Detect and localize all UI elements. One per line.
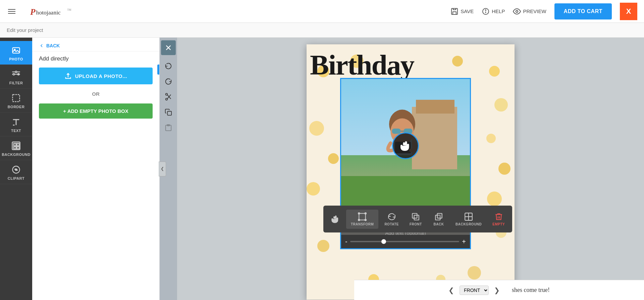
zoom-slider[interactable] bbox=[350, 241, 460, 242]
hamburger-button[interactable] bbox=[7, 8, 17, 15]
zoom-bar: - + bbox=[341, 235, 470, 248]
photo-inner bbox=[341, 79, 470, 218]
project-bar bbox=[0, 23, 644, 38]
sidebar-item-background[interactable]: BACKGROUND bbox=[0, 136, 32, 160]
sidebar-border-label: BORDER bbox=[8, 105, 25, 109]
copy-button[interactable] bbox=[161, 105, 176, 120]
hand-cursor bbox=[392, 132, 419, 159]
upload-label: UPLOAD A PHOTO... bbox=[75, 73, 127, 79]
svg-text:TM: TM bbox=[67, 8, 71, 11]
add-to-cart-button[interactable]: ADD TO CART bbox=[554, 3, 612, 19]
svg-text:hotojaanic: hotojaanic bbox=[36, 9, 61, 15]
preview-label: PREVIEW bbox=[523, 8, 546, 14]
sidebar-filter-label: FILTER bbox=[9, 81, 23, 85]
canvas[interactable]: Birthday ✦ bbox=[307, 44, 515, 300]
panel-title: Add directly bbox=[39, 55, 153, 62]
background-icon bbox=[11, 141, 21, 151]
help-label: HELP bbox=[492, 8, 505, 14]
svg-point-10 bbox=[13, 74, 15, 75]
back-button[interactable]: BACK bbox=[39, 43, 60, 48]
zoom-minus-button[interactable]: - bbox=[345, 238, 347, 245]
save-button[interactable]: SAVE bbox=[450, 7, 474, 15]
svg-point-41 bbox=[328, 153, 339, 164]
sidebar-item-text[interactable]: TEXT bbox=[0, 113, 32, 136]
front-button[interactable]: FRONT bbox=[405, 210, 427, 229]
sidebar-clipart-label: CLIPART bbox=[8, 176, 24, 180]
page-select[interactable]: FRONT bbox=[460, 286, 489, 295]
undo-button[interactable] bbox=[161, 58, 176, 73]
next-page-button[interactable]: ❯ bbox=[494, 286, 500, 294]
svg-rect-17 bbox=[13, 95, 20, 102]
background-tool-label: BACKGROUND bbox=[455, 222, 482, 226]
zoom-plus-button[interactable]: + bbox=[462, 238, 466, 245]
upload-photo-button[interactable]: UPLOAD A PHOTO... bbox=[39, 68, 153, 84]
photo-icon bbox=[11, 46, 21, 55]
move-tool-button[interactable] bbox=[326, 212, 345, 226]
project-title-input[interactable] bbox=[7, 27, 637, 33]
prev-page-button[interactable]: ❮ bbox=[448, 286, 454, 294]
sidebar-background-label: BACKGROUND bbox=[2, 153, 31, 157]
sidebar-item-filter[interactable]: FILTER bbox=[0, 65, 32, 89]
svg-text:P: P bbox=[30, 7, 36, 17]
logo: P hotojaanic TM bbox=[22, 4, 76, 19]
floating-toolbar: TRANSFORM ROTATE FRONT bbox=[323, 206, 512, 232]
help-button[interactable]: HELP bbox=[482, 7, 505, 15]
transform-label: TRANSFORM bbox=[351, 222, 374, 226]
main-layout: PHOTO FILTER BORDER TEXT bbox=[0, 38, 644, 300]
rotate-button[interactable]: ROTATE bbox=[380, 210, 404, 229]
svg-rect-72 bbox=[414, 215, 419, 220]
svg-point-52 bbox=[452, 56, 463, 67]
svg-point-46 bbox=[494, 98, 508, 112]
bottom-page-text: shes come true! bbox=[512, 287, 550, 294]
svg-point-48 bbox=[498, 163, 511, 175]
close-button[interactable]: X bbox=[620, 3, 637, 20]
back-button[interactable]: BACK bbox=[428, 210, 449, 229]
back-label: BACK bbox=[46, 43, 60, 48]
bottom-bar: ❮ FRONT ❯ shes come true! bbox=[354, 280, 644, 300]
svg-rect-75 bbox=[437, 213, 442, 218]
left-panel: BACK Add directly UPLOAD A PHOTO... OR +… bbox=[32, 38, 160, 300]
canvas-area: Birthday ✦ bbox=[177, 38, 644, 300]
rotate-label: ROTATE bbox=[384, 222, 399, 226]
svg-rect-61 bbox=[392, 129, 401, 134]
add-empty-label: + ADD EMPTY PHOTO BOX bbox=[63, 108, 128, 114]
undo-icon bbox=[165, 62, 172, 70]
preview-button[interactable]: PREVIEW bbox=[513, 7, 546, 15]
close-tool-button[interactable] bbox=[161, 40, 176, 55]
sidebar-text-label: TEXT bbox=[11, 129, 21, 133]
paste-button[interactable] bbox=[161, 120, 176, 135]
background-button[interactable]: BACKGROUND bbox=[451, 210, 486, 229]
svg-point-68 bbox=[358, 213, 360, 214]
save-icon bbox=[450, 7, 459, 15]
copy-icon bbox=[165, 109, 172, 116]
empty-button[interactable]: EMPTY bbox=[488, 210, 509, 229]
sidebar-item-border[interactable]: BORDER bbox=[0, 89, 32, 113]
preview-icon bbox=[513, 7, 521, 15]
collapse-panel-button[interactable] bbox=[159, 162, 166, 176]
transform-button[interactable]: TRANSFORM bbox=[346, 210, 378, 229]
sidebar-item-clipart[interactable]: CLIPART bbox=[0, 160, 32, 184]
move-icon bbox=[331, 214, 340, 224]
add-empty-photo-button[interactable]: + ADD EMPTY PHOTO BOX bbox=[39, 103, 153, 119]
header-left: P hotojaanic TM bbox=[7, 4, 76, 19]
front-icon bbox=[411, 212, 420, 221]
panel-indicator bbox=[157, 65, 159, 75]
svg-point-71 bbox=[365, 219, 366, 220]
svg-point-7 bbox=[516, 10, 518, 12]
svg-point-42 bbox=[307, 182, 320, 196]
svg-point-45 bbox=[489, 66, 500, 77]
hand-icon bbox=[399, 140, 412, 152]
redo-icon bbox=[165, 78, 172, 85]
header: P hotojaanic TM SAVE HELP PREVIEW AD bbox=[0, 0, 644, 23]
svg-point-49 bbox=[487, 191, 502, 206]
border-icon bbox=[11, 93, 21, 103]
sidebar-item-photo[interactable]: PHOTO bbox=[0, 41, 32, 65]
back-icon bbox=[39, 43, 44, 48]
svg-point-56 bbox=[468, 266, 481, 280]
svg-point-27 bbox=[15, 169, 17, 171]
cut-button[interactable] bbox=[161, 89, 176, 104]
cut-icon bbox=[165, 93, 172, 100]
redo-button[interactable] bbox=[161, 74, 176, 89]
svg-point-11 bbox=[15, 71, 17, 73]
chevron-left-icon bbox=[161, 166, 164, 172]
